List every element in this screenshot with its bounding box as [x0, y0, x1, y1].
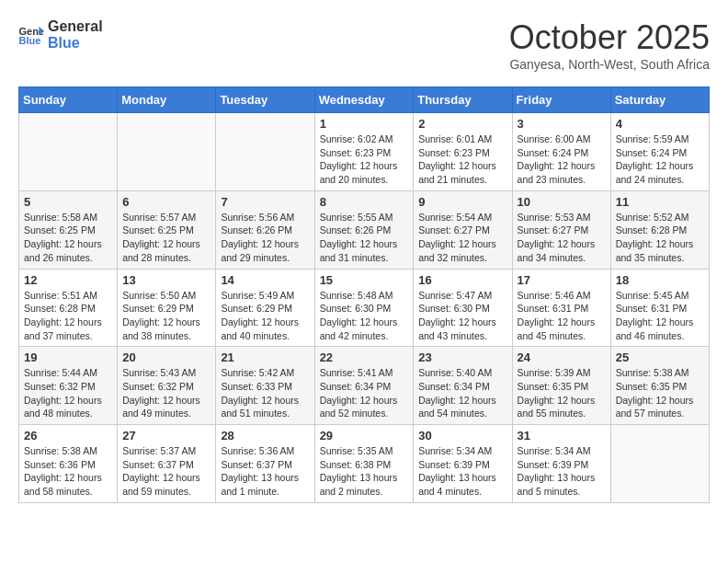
day-number: 27: [122, 429, 210, 442]
calendar-cell: 14Sunrise: 5:49 AM Sunset: 6:29 PM Dayli…: [216, 269, 314, 347]
logo: General Blue General Blue: [18, 18, 103, 51]
weekday-header-thursday: Thursday: [414, 87, 512, 113]
calendar-cell: 26Sunrise: 5:38 AM Sunset: 6:36 PM Dayli…: [19, 425, 118, 503]
calendar-cell: [216, 113, 314, 191]
day-info: Sunrise: 6:02 AM Sunset: 6:23 PM Dayligh…: [320, 132, 409, 187]
day-number: 10: [518, 195, 606, 209]
location-subtitle: Ganyesa, North-West, South Africa: [509, 57, 710, 72]
week-row-2: 5Sunrise: 5:58 AM Sunset: 6:25 PM Daylig…: [19, 190, 710, 269]
day-number: 29: [320, 429, 409, 442]
calendar-cell: 10Sunrise: 5:53 AM Sunset: 6:27 PM Dayli…: [512, 190, 610, 269]
day-info: Sunrise: 5:44 AM Sunset: 6:32 PM Dayligh…: [24, 366, 112, 420]
calendar-cell: 16Sunrise: 5:47 AM Sunset: 6:30 PM Dayli…: [414, 269, 512, 347]
calendar-cell: 3Sunrise: 6:00 AM Sunset: 6:24 PM Daylig…: [512, 113, 610, 191]
day-info: Sunrise: 5:39 AM Sunset: 6:35 PM Dayligh…: [518, 366, 606, 420]
day-info: Sunrise: 5:38 AM Sunset: 6:35 PM Dayligh…: [616, 366, 704, 420]
day-info: Sunrise: 5:49 AM Sunset: 6:29 PM Dayligh…: [221, 289, 309, 343]
day-number: 3: [518, 117, 606, 131]
day-number: 21: [221, 350, 309, 364]
calendar-cell: 28Sunrise: 5:36 AM Sunset: 6:37 PM Dayli…: [216, 425, 314, 503]
week-row-3: 12Sunrise: 5:51 AM Sunset: 6:28 PM Dayli…: [19, 269, 710, 347]
day-info: Sunrise: 5:42 AM Sunset: 6:33 PM Dayligh…: [221, 366, 309, 420]
day-number: 2: [418, 117, 506, 131]
day-number: 25: [616, 350, 704, 364]
calendar-cell: 19Sunrise: 5:44 AM Sunset: 6:32 PM Dayli…: [19, 347, 118, 425]
day-number: 26: [24, 429, 112, 442]
day-number: 17: [518, 273, 606, 287]
day-info: Sunrise: 6:00 AM Sunset: 6:24 PM Dayligh…: [518, 132, 606, 187]
calendar-cell: 7Sunrise: 5:56 AM Sunset: 6:26 PM Daylig…: [216, 190, 314, 269]
day-info: Sunrise: 5:45 AM Sunset: 6:31 PM Dayligh…: [616, 289, 704, 343]
calendar-cell: 17Sunrise: 5:46 AM Sunset: 6:31 PM Dayli…: [512, 269, 610, 347]
day-number: 15: [320, 273, 409, 287]
weekday-header-friday: Friday: [512, 87, 610, 113]
day-info: Sunrise: 5:40 AM Sunset: 6:34 PM Dayligh…: [418, 366, 506, 420]
calendar-table: SundayMondayTuesdayWednesdayThursdayFrid…: [18, 86, 710, 503]
day-info: Sunrise: 5:35 AM Sunset: 6:38 PM Dayligh…: [320, 444, 409, 499]
calendar-cell: 6Sunrise: 5:57 AM Sunset: 6:25 PM Daylig…: [118, 190, 216, 269]
weekday-header-tuesday: Tuesday: [216, 87, 314, 113]
page-header: General Blue General Blue October 2025 G…: [18, 18, 710, 72]
calendar-cell: 12Sunrise: 5:51 AM Sunset: 6:28 PM Dayli…: [19, 269, 118, 347]
day-number: 14: [221, 273, 309, 287]
day-number: 19: [24, 350, 112, 364]
day-info: Sunrise: 5:54 AM Sunset: 6:27 PM Dayligh…: [418, 211, 506, 265]
day-number: 6: [122, 195, 210, 209]
day-number: 8: [320, 195, 409, 209]
day-number: 18: [616, 273, 704, 287]
calendar-cell: 21Sunrise: 5:42 AM Sunset: 6:33 PM Dayli…: [216, 347, 314, 425]
svg-text:Blue: Blue: [18, 35, 40, 45]
day-info: Sunrise: 5:43 AM Sunset: 6:32 PM Dayligh…: [122, 366, 210, 420]
day-info: Sunrise: 5:38 AM Sunset: 6:36 PM Dayligh…: [24, 444, 112, 499]
day-info: Sunrise: 5:48 AM Sunset: 6:30 PM Dayligh…: [320, 289, 409, 343]
day-info: Sunrise: 5:34 AM Sunset: 6:39 PM Dayligh…: [518, 444, 606, 499]
day-number: 13: [122, 273, 210, 287]
week-row-5: 26Sunrise: 5:38 AM Sunset: 6:36 PM Dayli…: [19, 425, 710, 503]
calendar-cell: 20Sunrise: 5:43 AM Sunset: 6:32 PM Dayli…: [118, 347, 216, 425]
day-info: Sunrise: 5:52 AM Sunset: 6:28 PM Dayligh…: [616, 211, 704, 265]
day-number: 9: [418, 195, 506, 209]
week-row-1: 1Sunrise: 6:02 AM Sunset: 6:23 PM Daylig…: [19, 113, 710, 191]
day-number: 4: [616, 117, 704, 131]
day-number: 28: [221, 429, 309, 442]
logo-icon: General Blue: [18, 25, 44, 45]
weekday-header-row: SundayMondayTuesdayWednesdayThursdayFrid…: [19, 87, 710, 113]
day-number: 23: [418, 350, 506, 364]
calendar-cell: 25Sunrise: 5:38 AM Sunset: 6:35 PM Dayli…: [610, 347, 709, 425]
calendar-cell: 30Sunrise: 5:34 AM Sunset: 6:39 PM Dayli…: [414, 425, 512, 503]
day-info: Sunrise: 5:59 AM Sunset: 6:24 PM Dayligh…: [616, 132, 704, 187]
calendar-cell: 18Sunrise: 5:45 AM Sunset: 6:31 PM Dayli…: [610, 269, 709, 347]
month-title: October 2025: [509, 18, 710, 57]
day-info: Sunrise: 5:36 AM Sunset: 6:37 PM Dayligh…: [221, 444, 309, 499]
day-number: 11: [616, 195, 704, 209]
day-info: Sunrise: 5:50 AM Sunset: 6:29 PM Dayligh…: [122, 289, 210, 343]
calendar-cell: 24Sunrise: 5:39 AM Sunset: 6:35 PM Dayli…: [512, 347, 610, 425]
day-info: Sunrise: 5:34 AM Sunset: 6:39 PM Dayligh…: [418, 444, 506, 499]
weekday-header-monday: Monday: [118, 87, 216, 113]
calendar-cell: [610, 425, 709, 503]
calendar-cell: 1Sunrise: 6:02 AM Sunset: 6:23 PM Daylig…: [314, 113, 414, 191]
day-info: Sunrise: 5:47 AM Sunset: 6:30 PM Dayligh…: [418, 289, 506, 343]
day-number: 7: [221, 195, 309, 209]
weekday-header-wednesday: Wednesday: [314, 87, 414, 113]
day-number: 24: [518, 350, 606, 364]
calendar-cell: 23Sunrise: 5:40 AM Sunset: 6:34 PM Dayli…: [414, 347, 512, 425]
day-info: Sunrise: 5:37 AM Sunset: 6:37 PM Dayligh…: [122, 444, 210, 499]
weekday-header-sunday: Sunday: [19, 87, 118, 113]
calendar-cell: 15Sunrise: 5:48 AM Sunset: 6:30 PM Dayli…: [314, 269, 414, 347]
day-number: 16: [418, 273, 506, 287]
day-number: 22: [320, 350, 409, 364]
day-info: Sunrise: 5:53 AM Sunset: 6:27 PM Dayligh…: [518, 211, 606, 265]
day-number: 30: [418, 429, 506, 442]
day-number: 12: [24, 273, 112, 287]
calendar-cell: 11Sunrise: 5:52 AM Sunset: 6:28 PM Dayli…: [610, 190, 709, 269]
day-number: 5: [24, 195, 112, 209]
logo-blue-text: Blue: [48, 35, 103, 52]
day-info: Sunrise: 5:56 AM Sunset: 6:26 PM Dayligh…: [221, 211, 309, 265]
calendar-cell: 9Sunrise: 5:54 AM Sunset: 6:27 PM Daylig…: [414, 190, 512, 269]
weekday-header-saturday: Saturday: [610, 87, 709, 113]
calendar-cell: 27Sunrise: 5:37 AM Sunset: 6:37 PM Dayli…: [118, 425, 216, 503]
logo-general-text: General: [48, 18, 103, 35]
day-info: Sunrise: 5:58 AM Sunset: 6:25 PM Dayligh…: [24, 211, 112, 265]
day-info: Sunrise: 5:41 AM Sunset: 6:34 PM Dayligh…: [320, 366, 409, 420]
